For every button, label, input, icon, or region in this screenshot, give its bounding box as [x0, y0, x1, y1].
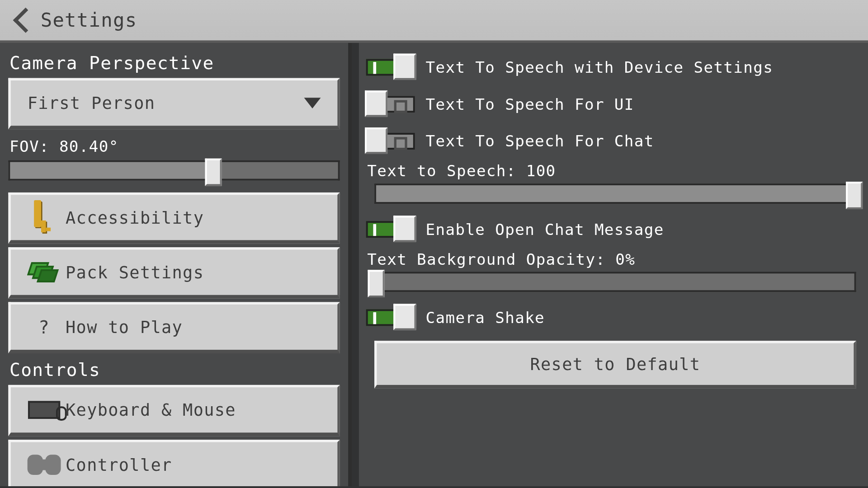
sidebar-item-label: Accessibility: [66, 208, 326, 228]
toggle-label: Camera Shake: [426, 309, 545, 327]
reset-button-label: Reset to Default: [530, 354, 701, 374]
back-button-label[interactable]: Settings: [41, 9, 137, 32]
accessibility-panel: Text To Speech with Device Settings Text…: [359, 43, 868, 486]
sidebar-item-label: Pack Settings: [66, 263, 326, 282]
keyboard-icon: [23, 401, 66, 419]
toggle-tts-device[interactable]: [366, 55, 415, 80]
sidebar-item-accessibility[interactable]: Accessibility: [8, 192, 340, 244]
bg-slider-thumb[interactable]: [368, 270, 385, 297]
chevron-down-icon: [304, 98, 321, 108]
camera-perspective-label: Camera Perspective: [9, 52, 340, 73]
tts-slider-fill: [376, 185, 854, 202]
toggle-label: Text To Speech For Chat: [426, 132, 654, 150]
fov-slider[interactable]: [8, 160, 340, 181]
fov-slider-thumb[interactable]: [205, 159, 222, 186]
toggle-label: Text To Speech For UI: [426, 95, 634, 113]
sidebar-item-label: Controller: [66, 455, 326, 475]
sidebar-item-controller[interactable]: Controller: [8, 440, 340, 486]
sidebar-item-how-to-play[interactable]: ? How to Play: [8, 302, 340, 353]
top-bar: Settings Accessibility Settings: [0, 0, 868, 43]
sidebar-item-keyboard-mouse[interactable]: Keyboard & Mouse: [8, 385, 340, 436]
toggle-label: Text To Speech with Device Settings: [426, 58, 774, 76]
sidebar-item-label: How to Play: [66, 317, 326, 337]
sidebar-item-label: Keyboard & Mouse: [66, 400, 326, 420]
toggle-camera-shake[interactable]: [366, 305, 415, 330]
toggle-tts-chat[interactable]: [366, 129, 415, 154]
tts-slider-thumb[interactable]: [846, 182, 863, 209]
toggle-open-chat[interactable]: [366, 217, 415, 242]
settings-sidebar: Camera Perspective First Person FOV: 80.…: [0, 43, 352, 486]
key-icon: [23, 204, 66, 231]
tts-volume-label: Text to Speech: 100: [367, 162, 856, 180]
sidebar-item-pack-settings[interactable]: Pack Settings: [8, 247, 340, 298]
controller-icon: [23, 455, 66, 475]
toggle-label: Enable Open Chat Message: [426, 221, 664, 239]
tts-volume-slider[interactable]: [374, 183, 856, 204]
pack-icon: [23, 262, 66, 282]
bg-opacity-slider[interactable]: [374, 272, 856, 292]
toggle-tts-ui[interactable]: [366, 92, 415, 117]
back-chevron-icon[interactable]: [13, 8, 38, 33]
bg-opacity-label: Text Background Opacity: 0%: [367, 250, 856, 268]
controls-section-label: Controls: [9, 359, 340, 380]
panel-divider: [352, 43, 359, 486]
camera-perspective-dropdown[interactable]: First Person: [8, 78, 340, 129]
question-icon: ?: [23, 317, 66, 338]
fov-label: FOV: 80.40°: [9, 138, 340, 156]
reset-to-default-button[interactable]: Reset to Default: [374, 341, 856, 388]
camera-perspective-value: First Person: [28, 93, 156, 113]
fov-slider-fill: [10, 162, 213, 179]
